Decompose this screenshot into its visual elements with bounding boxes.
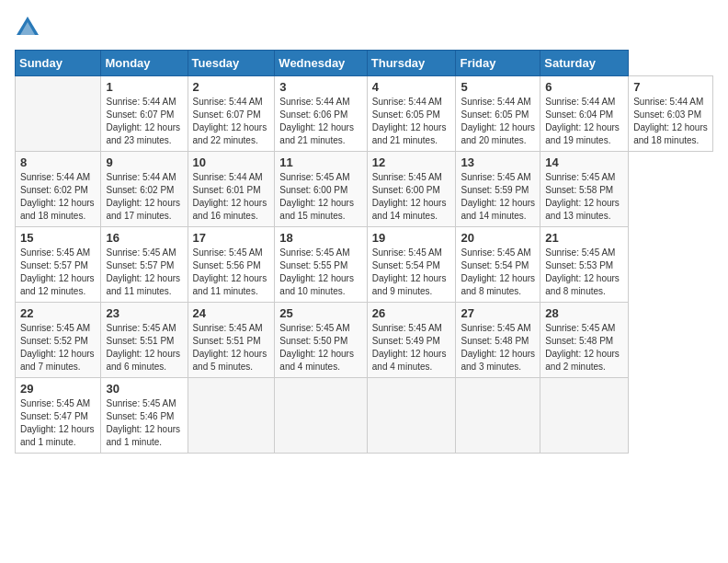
day-number: 9 [106, 155, 182, 169]
day-number: 11 [279, 155, 361, 169]
day-number: 19 [372, 231, 451, 245]
day-info: Sunrise: 5:44 AMSunset: 6:07 PMDaylight:… [106, 97, 180, 145]
day-number: 18 [279, 231, 361, 245]
calendar-day-12: 12 Sunrise: 5:45 AMSunset: 6:00 PMDaylig… [367, 152, 456, 227]
weekday-header-thursday: Thursday [367, 51, 456, 76]
day-info: Sunrise: 5:45 AMSunset: 5:57 PMDaylight:… [106, 247, 180, 296]
calendar-day-20: 20 Sunrise: 5:45 AMSunset: 5:54 PMDaylig… [456, 227, 540, 303]
day-number: 3 [279, 80, 361, 94]
day-info: Sunrise: 5:45 AMSunset: 5:53 PMDaylight:… [545, 247, 620, 296]
day-number: 27 [461, 306, 535, 320]
day-number: 21 [545, 231, 623, 245]
day-info: Sunrise: 5:45 AMSunset: 5:48 PMDaylight:… [461, 323, 535, 372]
day-info: Sunrise: 5:45 AMSunset: 5:54 PMDaylight:… [372, 247, 447, 296]
empty-cell [275, 378, 367, 454]
day-info: Sunrise: 5:45 AMSunset: 5:49 PMDaylight:… [372, 323, 447, 372]
calendar-day-5: 5 Sunrise: 5:44 AMSunset: 6:05 PMDayligh… [456, 76, 540, 152]
weekday-header-tuesday: Tuesday [188, 51, 275, 76]
calendar-day-30: 30 Sunrise: 5:45 AMSunset: 5:46 PMDaylig… [101, 378, 188, 454]
calendar-day-24: 24 Sunrise: 5:45 AMSunset: 5:51 PMDaylig… [188, 303, 275, 378]
day-info: Sunrise: 5:44 AMSunset: 6:07 PMDaylight:… [193, 97, 267, 145]
day-number: 28 [545, 306, 623, 320]
day-info: Sunrise: 5:45 AMSunset: 5:55 PMDaylight:… [279, 247, 354, 296]
calendar-table: SundayMondayTuesdayWednesdayThursdayFrid… [15, 50, 713, 454]
day-info: Sunrise: 5:45 AMSunset: 5:51 PMDaylight:… [193, 323, 267, 372]
calendar-day-16: 16 Sunrise: 5:45 AMSunset: 5:57 PMDaylig… [101, 227, 188, 303]
calendar-day-27: 27 Sunrise: 5:45 AMSunset: 5:48 PMDaylig… [456, 303, 540, 378]
day-info: Sunrise: 5:45 AMSunset: 6:00 PMDaylight:… [372, 172, 447, 221]
weekday-header-monday: Monday [101, 51, 188, 76]
empty-cell [16, 76, 101, 152]
weekday-header-row: SundayMondayTuesdayWednesdayThursdayFrid… [16, 51, 713, 76]
calendar-week-5: 29 Sunrise: 5:45 AMSunset: 5:47 PMDaylig… [16, 378, 713, 454]
calendar-day-29: 29 Sunrise: 5:45 AMSunset: 5:47 PMDaylig… [16, 378, 101, 454]
calendar-day-23: 23 Sunrise: 5:45 AMSunset: 5:51 PMDaylig… [101, 303, 188, 378]
day-info: Sunrise: 5:45 AMSunset: 5:57 PMDaylight:… [20, 247, 95, 296]
day-info: Sunrise: 5:44 AMSunset: 6:02 PMDaylight:… [106, 172, 180, 221]
day-info: Sunrise: 5:45 AMSunset: 5:50 PMDaylight:… [279, 323, 354, 372]
logo-icon [15, 15, 40, 40]
calendar-day-8: 8 Sunrise: 5:44 AMSunset: 6:02 PMDayligh… [16, 152, 101, 227]
calendar-day-14: 14 Sunrise: 5:45 AMSunset: 5:58 PMDaylig… [540, 152, 629, 227]
calendar-week-2: 8 Sunrise: 5:44 AMSunset: 6:02 PMDayligh… [16, 152, 713, 227]
day-number: 17 [193, 231, 270, 245]
day-info: Sunrise: 5:44 AMSunset: 6:04 PMDaylight:… [545, 97, 620, 145]
day-number: 29 [20, 382, 96, 396]
page-header [15, 15, 713, 40]
weekday-header-saturday: Saturday [540, 51, 629, 76]
calendar-day-15: 15 Sunrise: 5:45 AMSunset: 5:57 PMDaylig… [16, 227, 101, 303]
calendar-day-21: 21 Sunrise: 5:45 AMSunset: 5:53 PMDaylig… [540, 227, 629, 303]
calendar-day-13: 13 Sunrise: 5:45 AMSunset: 5:59 PMDaylig… [456, 152, 540, 227]
empty-cell [367, 378, 456, 454]
calendar-day-26: 26 Sunrise: 5:45 AMSunset: 5:49 PMDaylig… [367, 303, 456, 378]
day-number: 20 [461, 231, 535, 245]
day-number: 13 [461, 155, 535, 169]
day-info: Sunrise: 5:45 AMSunset: 5:56 PMDaylight:… [193, 247, 267, 296]
weekday-header-wednesday: Wednesday [275, 51, 367, 76]
calendar-day-25: 25 Sunrise: 5:45 AMSunset: 5:50 PMDaylig… [275, 303, 367, 378]
calendar-day-17: 17 Sunrise: 5:45 AMSunset: 5:56 PMDaylig… [188, 227, 275, 303]
calendar-week-1: 1 Sunrise: 5:44 AMSunset: 6:07 PMDayligh… [16, 76, 713, 152]
logo [15, 15, 40, 40]
weekday-header-friday: Friday [456, 51, 540, 76]
calendar-day-1: 1 Sunrise: 5:44 AMSunset: 6:07 PMDayligh… [101, 76, 188, 152]
day-info: Sunrise: 5:45 AMSunset: 5:52 PMDaylight:… [20, 323, 95, 372]
day-number: 2 [193, 80, 270, 94]
day-info: Sunrise: 5:44 AMSunset: 6:05 PMDaylight:… [372, 97, 447, 145]
day-number: 25 [279, 306, 361, 320]
day-number: 5 [461, 80, 535, 94]
day-info: Sunrise: 5:45 AMSunset: 5:59 PMDaylight:… [461, 172, 535, 221]
calendar-day-10: 10 Sunrise: 5:44 AMSunset: 6:01 PMDaylig… [188, 152, 275, 227]
calendar-day-4: 4 Sunrise: 5:44 AMSunset: 6:05 PMDayligh… [367, 76, 456, 152]
day-info: Sunrise: 5:45 AMSunset: 5:46 PMDaylight:… [106, 398, 180, 447]
calendar-day-22: 22 Sunrise: 5:45 AMSunset: 5:52 PMDaylig… [16, 303, 101, 378]
day-number: 24 [193, 306, 270, 320]
day-number: 8 [20, 155, 96, 169]
day-info: Sunrise: 5:44 AMSunset: 6:01 PMDaylight:… [193, 172, 267, 221]
calendar-day-7: 7 Sunrise: 5:44 AMSunset: 6:03 PMDayligh… [629, 76, 713, 152]
empty-cell [540, 378, 629, 454]
day-number: 6 [545, 80, 623, 94]
calendar-day-11: 11 Sunrise: 5:45 AMSunset: 6:00 PMDaylig… [275, 152, 367, 227]
day-info: Sunrise: 5:44 AMSunset: 6:06 PMDaylight:… [279, 97, 354, 145]
day-number: 23 [106, 306, 182, 320]
day-number: 7 [633, 80, 708, 94]
day-number: 26 [372, 306, 451, 320]
day-info: Sunrise: 5:44 AMSunset: 6:05 PMDaylight:… [461, 97, 535, 145]
day-number: 30 [106, 382, 182, 396]
empty-cell [188, 378, 275, 454]
day-info: Sunrise: 5:45 AMSunset: 5:54 PMDaylight:… [461, 247, 535, 296]
calendar-week-3: 15 Sunrise: 5:45 AMSunset: 5:57 PMDaylig… [16, 227, 713, 303]
calendar-day-2: 2 Sunrise: 5:44 AMSunset: 6:07 PMDayligh… [188, 76, 275, 152]
calendar-day-3: 3 Sunrise: 5:44 AMSunset: 6:06 PMDayligh… [275, 76, 367, 152]
day-number: 14 [545, 155, 623, 169]
calendar-day-28: 28 Sunrise: 5:45 AMSunset: 5:48 PMDaylig… [540, 303, 629, 378]
day-number: 4 [372, 80, 451, 94]
day-number: 16 [106, 231, 182, 245]
day-info: Sunrise: 5:44 AMSunset: 6:03 PMDaylight:… [633, 97, 708, 145]
day-number: 12 [372, 155, 451, 169]
empty-cell [456, 378, 540, 454]
day-number: 22 [20, 306, 96, 320]
calendar-week-4: 22 Sunrise: 5:45 AMSunset: 5:52 PMDaylig… [16, 303, 713, 378]
calendar-day-9: 9 Sunrise: 5:44 AMSunset: 6:02 PMDayligh… [101, 152, 188, 227]
